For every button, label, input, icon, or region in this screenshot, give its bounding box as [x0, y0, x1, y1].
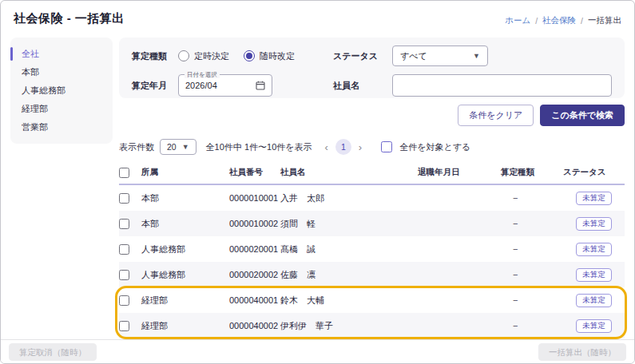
cell-department: 本部 [141, 218, 229, 230]
list-controls: 表示件数 20 ▼ 全10件中 1件〜10件を表示 ‹ 1 › 全件を対象とする [119, 137, 625, 156]
cell-calc-type: − [501, 193, 563, 203]
per-page-select[interactable]: 20 ▼ [160, 139, 196, 155]
pager: ‹ 1 › [323, 139, 364, 155]
cancel-calculation-button[interactable]: 算定取消（随時） [9, 343, 97, 361]
sidebar-item-label: 本部 [22, 67, 39, 77]
row-checkbox[interactable] [119, 244, 129, 255]
cell-calc-type: − [501, 295, 563, 305]
next-page-icon[interactable]: › [357, 141, 363, 153]
table-column-header: 社員名 [280, 167, 418, 178]
radio-label: 随時改定 [260, 50, 295, 62]
calc-month-label: 算定年月 [132, 80, 178, 92]
page-title: 社会保険 - 一括算出 [14, 11, 125, 26]
table-header-row: 所属社員番号社員名退職年月日算定種類ステータス [119, 161, 625, 185]
employee-name-label: 社員名 [333, 80, 392, 92]
topbar: 社会保険 - 一括算出 ホーム / 社会保険 / 一括算出 [1, 1, 634, 38]
row-checkbox[interactable] [119, 295, 129, 306]
sidebar-item[interactable]: 経理部 [10, 100, 113, 118]
cell-calc-type: − [501, 244, 563, 254]
cell-department: 経理部 [141, 320, 229, 332]
table-column-header: 所属 [141, 167, 229, 178]
app-window: 社会保険 - 一括算出 ホーム / 社会保険 / 一括算出 全社本部人事総務部経… [0, 0, 635, 364]
status-badge: 未算定 [576, 243, 612, 256]
department-sidebar: 全社本部人事総務部経理部営業部 [10, 38, 113, 144]
sidebar-item[interactable]: 営業部 [10, 118, 113, 136]
clear-conditions-button[interactable]: 条件をクリア [458, 105, 534, 126]
page-number[interactable]: 1 [335, 139, 351, 155]
sidebar-item-label: 人事総務部 [22, 85, 65, 95]
select-all-target-checkbox[interactable] [381, 141, 392, 152]
sidebar-item[interactable]: 本部 [10, 63, 113, 81]
breadcrumb-current: 一括算出 [588, 15, 621, 26]
search-actions: 条件をクリア この条件で検索 [119, 105, 625, 126]
sidebar-item-label: 経理部 [22, 104, 48, 113]
calc-type-radio[interactable]: 随時改定 [244, 50, 295, 62]
filter-panel: 算定種類 定時決定 随時改定 ステータス すべて ▼ 算定年月 日付を選択 [119, 38, 625, 98]
calc-type-field: 算定種類 定時決定 随時改定 [132, 46, 323, 66]
table-column-header: ステータス [563, 167, 625, 178]
breadcrumb-separator: / [535, 16, 538, 26]
result-summary: 全10件中 1件〜10件を表示 [206, 141, 312, 153]
breadcrumb-section-link[interactable]: 社会保険 [542, 15, 576, 26]
row-checkbox[interactable] [119, 219, 129, 229]
cell-employee-number: 0000010002 [229, 219, 280, 228]
sidebar-item[interactable]: 人事総務部 [10, 81, 113, 100]
sidebar-item[interactable]: 全社 [10, 45, 113, 63]
cell-calc-type: − [501, 321, 563, 330]
cell-department: 人事総務部 [141, 269, 229, 281]
cell-department: 本部 [141, 192, 229, 204]
calc-type-label: 算定種類 [132, 50, 178, 62]
table-row: 人事総務部 0000020001 髙橋 誠 − 未算定 [119, 236, 625, 262]
cell-calc-type: − [501, 270, 563, 279]
status-label: ステータス [333, 50, 392, 62]
prev-page-icon[interactable]: ‹ [323, 141, 330, 153]
employee-name-field: 社員名 [333, 74, 612, 97]
cell-employee-name: 佐藤 凛 [280, 269, 418, 281]
status-field: ステータス すべて ▼ [333, 46, 612, 66]
status-badge: 未算定 [576, 294, 612, 307]
row-checkbox[interactable] [119, 321, 129, 331]
row-checkbox[interactable] [119, 270, 129, 280]
radio-icon [178, 50, 189, 61]
radio-label: 定時決定 [194, 50, 229, 62]
table-column-header: 算定種類 [501, 167, 563, 178]
cell-employee-number: 0000040001 [229, 295, 280, 305]
calc-month-float-label: 日付を選択 [185, 71, 220, 78]
cell-employee-name: 入井 太郎 [280, 192, 418, 204]
calendar-icon[interactable] [256, 81, 265, 90]
cell-calc-type: − [501, 219, 563, 228]
calc-month-field: 算定年月 日付を選択 2026/04 [132, 74, 323, 97]
row-checkbox[interactable] [119, 193, 129, 204]
status-select[interactable]: すべて ▼ [392, 46, 488, 66]
cell-employee-name: 鈴木 大輔 [280, 295, 418, 307]
employee-name-input[interactable] [392, 74, 612, 97]
sidebar-item-label: 全社 [22, 49, 39, 58]
chevron-down-icon: ▼ [182, 143, 189, 151]
select-all-rows-checkbox[interactable] [119, 168, 129, 178]
batch-calculate-button[interactable]: 一括算出（随時） [538, 343, 626, 361]
calc-month-input[interactable]: 日付を選択 2026/04 [178, 74, 272, 97]
table-row: 人事総務部 0000020002 佐藤 凛 − 未算定 [119, 262, 625, 287]
chevron-down-icon: ▼ [473, 52, 480, 60]
table-row: 経理部 0000040002 伊利伊 華子 − 未算定 [119, 313, 625, 338]
status-badge: 未算定 [576, 217, 612, 231]
breadcrumb-home-link[interactable]: ホーム [505, 15, 530, 26]
search-button[interactable]: この条件で検索 [540, 105, 625, 126]
employee-table: 所属社員番号社員名退職年月日算定種類ステータス 本部 0000010001 入井… [119, 161, 625, 338]
status-badge: 未算定 [576, 319, 612, 333]
table-column-header: 社員番号 [229, 167, 280, 178]
calc-type-radio[interactable]: 定時決定 [178, 50, 229, 62]
table-row: 経理部 0000040001 鈴木 大輔 − 未算定 [119, 287, 625, 313]
per-page-value: 20 [167, 142, 177, 152]
cell-employee-number: 0000010001 [229, 193, 280, 203]
breadcrumb: ホーム / 社会保険 / 一括算出 [505, 15, 621, 26]
cell-employee-name: 髙橋 誠 [280, 243, 418, 255]
sidebar-item-label: 営業部 [22, 122, 48, 132]
table-row: 本部 0000010001 入井 太郎 − 未算定 [119, 185, 625, 211]
cell-department: 人事総務部 [141, 243, 229, 255]
cell-employee-name: 須間 軽 [280, 218, 418, 230]
status-badge: 未算定 [576, 268, 612, 282]
calc-type-radio-group: 定時決定 随時改定 [178, 49, 295, 63]
status-select-value: すべて [400, 50, 427, 62]
cell-department: 経理部 [141, 295, 229, 307]
